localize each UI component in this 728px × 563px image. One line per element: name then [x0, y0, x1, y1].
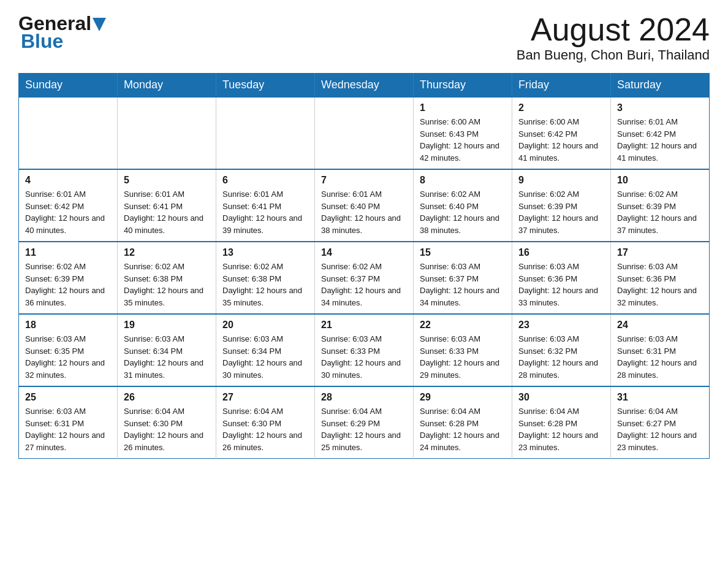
weekday-header-monday: Monday: [118, 74, 216, 98]
week-row-1: 1Sunrise: 6:00 AM Sunset: 6:43 PM Daylig…: [19, 97, 710, 169]
day-number: 21: [321, 320, 407, 331]
table-row: 7Sunrise: 6:01 AM Sunset: 6:40 PM Daylig…: [315, 169, 414, 242]
day-info: Sunrise: 6:01 AM Sunset: 6:42 PM Dayligh…: [25, 188, 111, 236]
day-number: 8: [420, 175, 506, 186]
week-row-3: 11Sunrise: 6:02 AM Sunset: 6:39 PM Dayli…: [19, 242, 710, 314]
table-row: 13Sunrise: 6:02 AM Sunset: 6:38 PM Dayli…: [216, 242, 315, 314]
weekday-header-sunday: Sunday: [19, 74, 118, 98]
day-number: 11: [25, 247, 111, 258]
day-number: 23: [518, 320, 604, 331]
day-info: Sunrise: 6:04 AM Sunset: 6:28 PM Dayligh…: [420, 405, 506, 453]
day-info: Sunrise: 6:03 AM Sunset: 6:37 PM Dayligh…: [420, 261, 506, 308]
table-row: [19, 97, 118, 169]
day-info: Sunrise: 6:03 AM Sunset: 6:34 PM Dayligh…: [222, 333, 308, 381]
day-number: 3: [617, 102, 703, 113]
day-info: Sunrise: 6:04 AM Sunset: 6:30 PM Dayligh…: [124, 405, 210, 453]
day-info: Sunrise: 6:03 AM Sunset: 6:31 PM Dayligh…: [617, 333, 703, 381]
day-info: Sunrise: 6:03 AM Sunset: 6:35 PM Dayligh…: [25, 333, 111, 381]
table-row: 9Sunrise: 6:02 AM Sunset: 6:39 PM Daylig…: [512, 169, 611, 242]
day-number: 17: [617, 247, 703, 258]
day-number: 13: [222, 247, 308, 258]
table-row: 11Sunrise: 6:02 AM Sunset: 6:39 PM Dayli…: [19, 242, 118, 314]
logo: General Blue: [18, 12, 106, 53]
day-info: Sunrise: 6:01 AM Sunset: 6:41 PM Dayligh…: [222, 188, 308, 236]
table-row: 31Sunrise: 6:04 AM Sunset: 6:27 PM Dayli…: [611, 386, 710, 459]
day-info: Sunrise: 6:02 AM Sunset: 6:39 PM Dayligh…: [617, 188, 703, 236]
day-number: 24: [617, 320, 703, 331]
day-number: 20: [222, 320, 308, 331]
table-row: 2Sunrise: 6:00 AM Sunset: 6:42 PM Daylig…: [512, 97, 611, 169]
table-row: 4Sunrise: 6:01 AM Sunset: 6:42 PM Daylig…: [19, 169, 118, 242]
day-info: Sunrise: 6:03 AM Sunset: 6:33 PM Dayligh…: [420, 333, 506, 381]
day-info: Sunrise: 6:03 AM Sunset: 6:34 PM Dayligh…: [124, 333, 210, 381]
day-number: 28: [321, 392, 407, 403]
table-row: 6Sunrise: 6:01 AM Sunset: 6:41 PM Daylig…: [216, 169, 315, 242]
day-number: 12: [124, 247, 210, 258]
logo-triangle-icon: [93, 18, 106, 31]
day-info: Sunrise: 6:02 AM Sunset: 6:37 PM Dayligh…: [321, 261, 407, 308]
day-number: 26: [124, 392, 210, 403]
month-title: August 2024: [517, 12, 710, 47]
weekday-header-friday: Friday: [512, 74, 611, 98]
table-row: 5Sunrise: 6:01 AM Sunset: 6:41 PM Daylig…: [118, 169, 216, 242]
table-row: 20Sunrise: 6:03 AM Sunset: 6:34 PM Dayli…: [216, 314, 315, 386]
day-number: 19: [124, 320, 210, 331]
weekday-header-tuesday: Tuesday: [216, 74, 315, 98]
table-row: 22Sunrise: 6:03 AM Sunset: 6:33 PM Dayli…: [414, 314, 512, 386]
day-info: Sunrise: 6:04 AM Sunset: 6:28 PM Dayligh…: [518, 405, 604, 453]
table-row: 12Sunrise: 6:02 AM Sunset: 6:38 PM Dayli…: [118, 242, 216, 314]
page-header: General Blue August 2024 Ban Bueng, Chon…: [18, 12, 710, 63]
weekday-header-thursday: Thursday: [414, 74, 512, 98]
calendar-header: SundayMondayTuesdayWednesdayThursdayFrid…: [19, 74, 710, 98]
week-row-2: 4Sunrise: 6:01 AM Sunset: 6:42 PM Daylig…: [19, 169, 710, 242]
day-info: Sunrise: 6:02 AM Sunset: 6:38 PM Dayligh…: [124, 261, 210, 308]
table-row: 18Sunrise: 6:03 AM Sunset: 6:35 PM Dayli…: [19, 314, 118, 386]
table-row: 26Sunrise: 6:04 AM Sunset: 6:30 PM Dayli…: [118, 386, 216, 459]
table-row: 27Sunrise: 6:04 AM Sunset: 6:30 PM Dayli…: [216, 386, 315, 459]
table-row: [216, 97, 315, 169]
weekday-header-row: SundayMondayTuesdayWednesdayThursdayFrid…: [19, 74, 710, 98]
day-info: Sunrise: 6:00 AM Sunset: 6:43 PM Dayligh…: [420, 116, 506, 164]
table-row: 23Sunrise: 6:03 AM Sunset: 6:32 PM Dayli…: [512, 314, 611, 386]
weekday-header-wednesday: Wednesday: [315, 74, 414, 98]
week-row-5: 25Sunrise: 6:03 AM Sunset: 6:31 PM Dayli…: [19, 386, 710, 459]
table-row: 19Sunrise: 6:03 AM Sunset: 6:34 PM Dayli…: [118, 314, 216, 386]
day-number: 16: [518, 247, 604, 258]
day-info: Sunrise: 6:03 AM Sunset: 6:36 PM Dayligh…: [617, 261, 703, 308]
calendar-body: 1Sunrise: 6:00 AM Sunset: 6:43 PM Daylig…: [19, 97, 710, 459]
weekday-header-saturday: Saturday: [611, 74, 710, 98]
logo-blue-text: Blue: [21, 30, 63, 53]
day-number: 6: [222, 175, 308, 186]
table-row: 14Sunrise: 6:02 AM Sunset: 6:37 PM Dayli…: [315, 242, 414, 314]
table-row: 30Sunrise: 6:04 AM Sunset: 6:28 PM Dayli…: [512, 386, 611, 459]
day-info: Sunrise: 6:00 AM Sunset: 6:42 PM Dayligh…: [518, 116, 604, 164]
day-number: 4: [25, 175, 111, 186]
table-row: 21Sunrise: 6:03 AM Sunset: 6:33 PM Dayli…: [315, 314, 414, 386]
day-number: 14: [321, 247, 407, 258]
day-number: 10: [617, 175, 703, 186]
location-title: Ban Bueng, Chon Buri, Thailand: [517, 47, 710, 63]
table-row: [118, 97, 216, 169]
table-row: 29Sunrise: 6:04 AM Sunset: 6:28 PM Dayli…: [414, 386, 512, 459]
week-row-4: 18Sunrise: 6:03 AM Sunset: 6:35 PM Dayli…: [19, 314, 710, 386]
day-info: Sunrise: 6:04 AM Sunset: 6:30 PM Dayligh…: [222, 405, 308, 453]
day-info: Sunrise: 6:04 AM Sunset: 6:27 PM Dayligh…: [617, 405, 703, 453]
day-number: 7: [321, 175, 407, 186]
day-info: Sunrise: 6:02 AM Sunset: 6:38 PM Dayligh…: [222, 261, 308, 308]
table-row: 8Sunrise: 6:02 AM Sunset: 6:40 PM Daylig…: [414, 169, 512, 242]
table-row: 15Sunrise: 6:03 AM Sunset: 6:37 PM Dayli…: [414, 242, 512, 314]
table-row: 24Sunrise: 6:03 AM Sunset: 6:31 PM Dayli…: [611, 314, 710, 386]
title-area: August 2024 Ban Bueng, Chon Buri, Thaila…: [517, 12, 710, 63]
day-number: 27: [222, 392, 308, 403]
table-row: 28Sunrise: 6:04 AM Sunset: 6:29 PM Dayli…: [315, 386, 414, 459]
table-row: 25Sunrise: 6:03 AM Sunset: 6:31 PM Dayli…: [19, 386, 118, 459]
day-number: 9: [518, 175, 604, 186]
day-number: 31: [617, 392, 703, 403]
day-info: Sunrise: 6:04 AM Sunset: 6:29 PM Dayligh…: [321, 405, 407, 453]
day-info: Sunrise: 6:02 AM Sunset: 6:39 PM Dayligh…: [518, 188, 604, 236]
svg-marker-0: [93, 18, 106, 31]
day-number: 15: [420, 247, 506, 258]
table-row: 16Sunrise: 6:03 AM Sunset: 6:36 PM Dayli…: [512, 242, 611, 314]
day-number: 30: [518, 392, 604, 403]
day-number: 1: [420, 102, 506, 113]
